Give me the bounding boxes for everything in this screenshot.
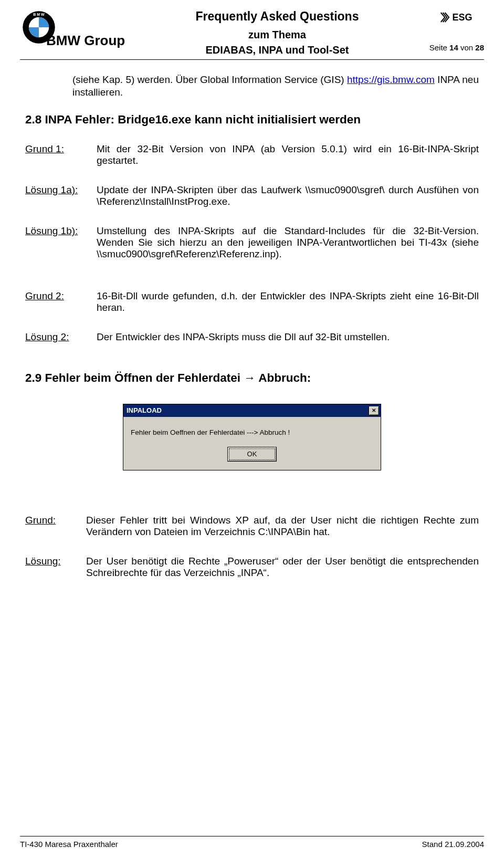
grund-2-value: 16-Bit-Dll wurde gefunden, d.h. der Entw… — [97, 290, 479, 313]
section-2-9-heading: 2.9 Fehler beim Öffnen der Fehlerdatei →… — [20, 371, 484, 385]
page: B M W BMW Group Frequently Asked Questio… — [0, 0, 504, 858]
esg-logo-icon: ESG — [437, 9, 484, 25]
dialog-titlebar: INPALOAD ✕ — [123, 404, 381, 417]
dialog-title-text: INPALOAD — [127, 406, 162, 414]
intro-text-a: (siehe Kap. 5) werden. Über Global Infor… — [72, 74, 347, 85]
grund-label: Grund: — [25, 515, 86, 526]
page-header: B M W BMW Group Frequently Asked Questio… — [20, 5, 484, 56]
loesung-2-value: Der Entwickler des INPA-Skripts muss die… — [97, 331, 479, 343]
dialog-body: Fehler beim Oeffnen der Fehlerdatei --->… — [123, 417, 381, 470]
intro-block: (siehe Kap. 5) werden. Über Global Infor… — [20, 60, 484, 99]
grund-1-label: Grund 1: — [25, 143, 97, 155]
dialog-message: Fehler beim Oeffnen der Fehlerdatei --->… — [131, 428, 373, 436]
loesung-1b-value: Umstellung des INPA-Skripts auf die Stan… — [97, 225, 479, 260]
svg-text:B M W: B M W — [33, 13, 45, 16]
loesung-2-label: Lösung 2: — [25, 331, 97, 343]
loesung-label: Lösung: — [25, 556, 86, 567]
page-of: von — [458, 43, 476, 52]
loesung-1a-label: Lösung 1a): — [25, 184, 97, 196]
ok-button[interactable]: OK — [227, 447, 277, 462]
doc-title-2: zum Thema — [125, 29, 429, 41]
header-left: B M W BMW Group — [20, 7, 125, 49]
loesung-1a-value: Update der INPA-Skripten über das Laufwe… — [97, 184, 479, 207]
company-name: BMW Group — [46, 33, 125, 49]
page-prefix: Seite — [429, 43, 449, 52]
page-number: Seite 14 von 28 — [429, 43, 484, 52]
page-footer: TI-430 Maresa Praxenthaler Stand 21.09.2… — [20, 836, 484, 849]
doc-title-3: EDIABAS, INPA und Tool-Set — [125, 44, 429, 56]
section-2-8-rows: Grund 1: Mit der 32-Bit Version von INPA… — [20, 136, 484, 343]
footer-left: TI-430 Maresa Praxenthaler — [20, 840, 118, 849]
doc-title-1: Frequently Asked Questions — [125, 9, 429, 24]
loesung-value: Der User benötigt die Rechte „Poweruser“… — [86, 556, 479, 579]
dialog-button-row: OK — [131, 447, 373, 462]
grund-2-label: Grund 2: — [25, 290, 97, 302]
header-right: ESG Seite 14 von 28 — [429, 7, 484, 52]
page-current: 14 — [449, 43, 458, 52]
footer-rule — [20, 836, 484, 836]
grund-1-value: Mit der 32-Bit Version von INPA (ab Vers… — [97, 143, 479, 166]
intro-paragraph: (siehe Kap. 5) werden. Über Global Infor… — [72, 74, 479, 99]
footer-right: Stand 21.09.2004 — [422, 840, 484, 849]
loesung-1b-label: Lösung 1b): — [25, 225, 97, 237]
header-center: Frequently Asked Questions zum Thema EDI… — [125, 7, 429, 56]
esg-logo-text: ESG — [453, 12, 472, 23]
inpaload-dialog: INPALOAD ✕ Fehler beim Oeffnen der Fehle… — [123, 404, 381, 470]
close-icon[interactable]: ✕ — [369, 406, 379, 415]
page-total: 28 — [475, 43, 484, 52]
section-2-8-heading: 2.8 INPA Fehler: Bridge16.exe kann nicht… — [20, 113, 484, 127]
gis-link[interactable]: https://gis.bmw.com — [347, 74, 435, 85]
section-2-9-rows: Grund: Dieser Fehler tritt bei Windows X… — [20, 507, 484, 579]
grund-value: Dieser Fehler tritt bei Windows XP auf, … — [86, 515, 479, 538]
